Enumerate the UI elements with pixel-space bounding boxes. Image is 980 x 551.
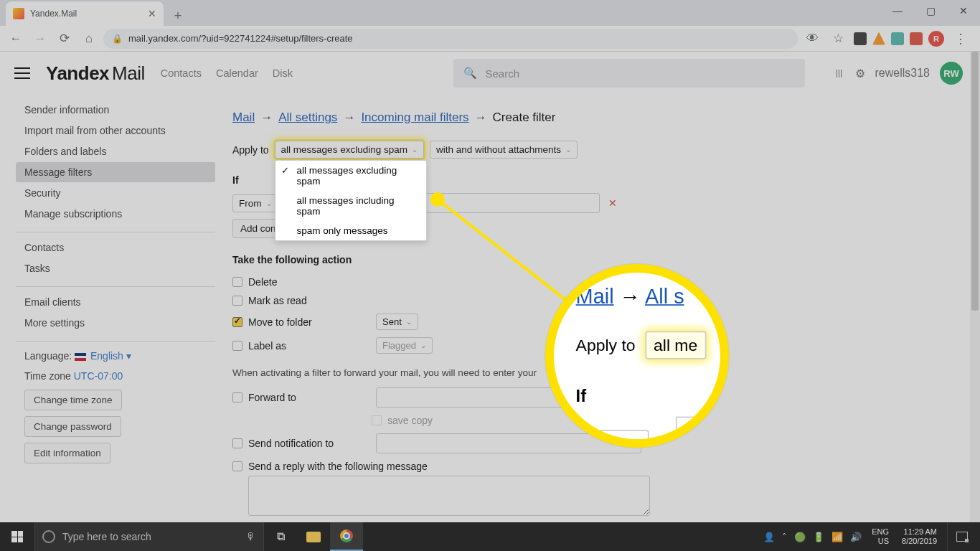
profile-avatar-icon[interactable]: R xyxy=(928,31,944,47)
extension-icon[interactable] xyxy=(910,32,923,45)
checkbox-move-folder[interactable] xyxy=(232,317,242,327)
condition-field-select[interactable]: From ⌄ xyxy=(232,194,278,212)
sidebar-item-message-filters[interactable]: Message filters xyxy=(16,162,215,182)
username-label[interactable]: rewells318 xyxy=(875,67,930,80)
taskbar-search[interactable]: Type here to search 🎙 xyxy=(34,522,264,551)
window-maximize-button[interactable]: ▢ xyxy=(914,0,947,22)
nav-forward-icon[interactable]: → xyxy=(30,29,50,49)
taskbar-search-placeholder: Type here to search xyxy=(62,531,151,542)
page-scrollbar[interactable] xyxy=(970,52,980,522)
checkbox-forward[interactable] xyxy=(232,392,242,402)
extension-icon[interactable] xyxy=(891,32,904,45)
windows-logo-icon xyxy=(11,531,23,542)
sidebar-item-folders-labels[interactable]: Folders and labels xyxy=(16,141,215,161)
action-mark-read-label: Mark as read xyxy=(248,295,307,306)
sidebar-item-more-settings[interactable]: More settings xyxy=(16,313,215,333)
arrow-icon: → xyxy=(260,110,273,125)
task-view-icon[interactable]: ⧉ xyxy=(264,522,297,551)
nav-contacts[interactable]: Contacts xyxy=(161,67,202,79)
checkbox-label-as[interactable] xyxy=(232,341,242,351)
gear-icon[interactable]: ⚙ xyxy=(855,67,865,80)
hamburger-icon[interactable] xyxy=(14,67,30,79)
timezone-value[interactable]: UTC-07:00 xyxy=(74,370,123,382)
tab-close-icon[interactable]: ✕ xyxy=(148,8,156,19)
nav-reload-icon[interactable]: ⟳ xyxy=(55,29,75,49)
tray-language[interactable]: ENGUS xyxy=(869,527,892,545)
checkbox-notify[interactable] xyxy=(232,438,242,448)
logo-bold: Yandex xyxy=(46,62,109,85)
layout-icon[interactable]: ⫼ xyxy=(834,67,845,80)
apply-scope-select[interactable]: all messages excluding spam ⌄ ✓ all mess… xyxy=(275,141,424,159)
remove-condition-icon[interactable]: ✕ xyxy=(604,197,621,209)
label-select[interactable]: Flagged⌄ xyxy=(376,337,433,354)
sidebar-item-sender-info[interactable]: Sender information xyxy=(16,100,215,120)
chrome-menu-icon[interactable]: ⋮ xyxy=(950,31,971,47)
tray-chevron-up-icon[interactable]: ˄ xyxy=(782,532,787,542)
change-timezone-button[interactable]: Change time zone xyxy=(24,390,122,410)
reply-message-textarea[interactable] xyxy=(248,476,650,516)
mic-icon[interactable]: 🎙 xyxy=(246,531,256,542)
browser-tab[interactable]: Yandex.Mail ✕ xyxy=(6,1,164,26)
extension-icon[interactable] xyxy=(854,32,867,45)
apply-attachments-select[interactable]: with and without attachments ⌄ xyxy=(430,141,578,159)
people-icon[interactable]: 👤 xyxy=(763,532,775,542)
tab-favicon xyxy=(13,8,24,19)
nav-back-icon[interactable]: ← xyxy=(6,29,26,49)
file-explorer-icon[interactable] xyxy=(297,522,330,551)
language-row[interactable]: Language: English ▾ xyxy=(16,346,215,366)
bookmark-star-icon[interactable]: ☆ xyxy=(828,29,848,49)
sidebar-item-email-clients[interactable]: Email clients xyxy=(16,292,215,312)
chevron-down-icon: ⌄ xyxy=(406,318,412,326)
window-minimize-button[interactable]: — xyxy=(881,0,914,22)
dropdown-option[interactable]: all messages including spam xyxy=(275,191,426,221)
edit-information-button[interactable]: Edit information xyxy=(24,443,110,463)
user-avatar[interactable]: RW xyxy=(940,62,963,85)
sidebar-item-contacts[interactable]: Contacts xyxy=(16,237,215,258)
security-icon[interactable]: 🟢 xyxy=(794,532,806,542)
change-password-button[interactable]: Change password xyxy=(24,416,121,437)
action-center-icon[interactable] xyxy=(947,522,976,551)
crumb-mail[interactable]: Mail xyxy=(232,110,255,125)
search-input[interactable]: 🔍 Search xyxy=(453,59,805,88)
chevron-down-icon: ⌄ xyxy=(565,146,571,154)
action-move-label: Move to folder xyxy=(248,316,370,328)
sidebar-item-security[interactable]: Security xyxy=(16,183,215,203)
dropdown-option[interactable]: ✓ all messages excluding spam xyxy=(275,161,426,191)
volume-icon[interactable]: 🔊 xyxy=(850,532,862,542)
lang-code: ENG xyxy=(872,527,889,537)
start-button[interactable] xyxy=(0,531,34,542)
timezone-label: Time zone xyxy=(24,370,71,382)
move-folder-value: Sent xyxy=(382,316,402,327)
battery-icon[interactable]: 🔋 xyxy=(813,532,824,542)
nav-home-icon[interactable]: ⌂ xyxy=(79,29,99,49)
checkbox-save-copy xyxy=(372,415,382,425)
tray-clock[interactable]: 11:29 AM8/20/2019 xyxy=(899,527,940,545)
clock-time: 11:29 AM xyxy=(904,527,937,537)
move-folder-select[interactable]: Sent⌄ xyxy=(376,314,418,330)
eye-icon[interactable]: 👁 xyxy=(802,29,822,49)
sidebar-item-import-mail[interactable]: Import mail from other accounts xyxy=(16,121,215,141)
crumb-incoming-filters[interactable]: Incoming mail filters xyxy=(361,110,468,125)
crumb-all-settings[interactable]: All settings xyxy=(278,110,337,125)
condition-value-input[interactable] xyxy=(399,193,600,213)
chrome-icon[interactable] xyxy=(330,522,363,551)
sidebar-item-subscriptions[interactable]: Manage subscriptions xyxy=(16,204,215,224)
checkbox-mark-read[interactable] xyxy=(232,296,242,306)
checkbox-reply[interactable] xyxy=(232,461,242,471)
window-close-button[interactable]: ✕ xyxy=(947,0,980,22)
dropdown-option[interactable]: spam only messages xyxy=(275,221,426,240)
label-value: Flagged xyxy=(382,340,416,351)
nav-calendar[interactable]: Calendar xyxy=(216,67,258,79)
yandex-mail-logo[interactable]: Yandex Mail xyxy=(46,62,145,85)
notify-label: Send notification to xyxy=(248,438,370,449)
checkbox-delete[interactable] xyxy=(232,277,242,287)
new-tab-button[interactable]: + xyxy=(168,6,188,26)
network-icon[interactable]: 📶 xyxy=(831,532,843,542)
sidebar-item-tasks[interactable]: Tasks xyxy=(16,258,215,278)
omnibox[interactable]: 🔒 mail.yandex.com/?uid=922741224#setup/f… xyxy=(103,29,798,49)
check-icon: ✓ xyxy=(281,165,289,176)
chevron-down-icon: ⌄ xyxy=(266,199,272,207)
extension-icon[interactable] xyxy=(872,32,885,45)
logo-thin: Mail xyxy=(112,62,145,85)
nav-disk[interactable]: Disk xyxy=(273,67,293,79)
